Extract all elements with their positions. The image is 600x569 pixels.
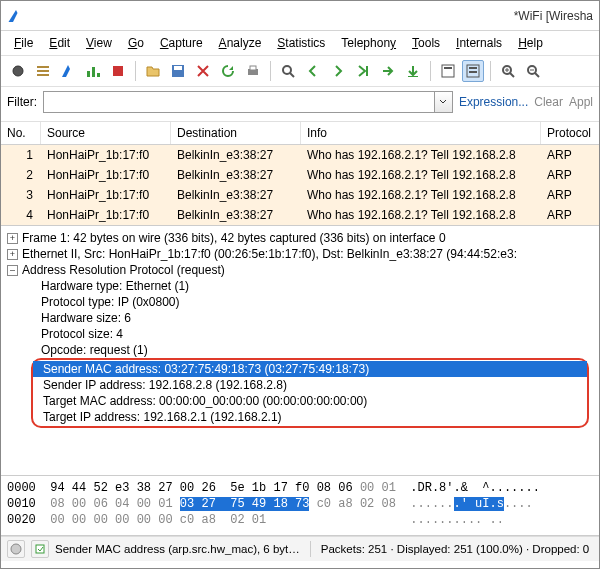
menu-edit[interactable]: Edit: [42, 33, 77, 53]
tree-item-arp[interactable]: – Address Resolution Protocol (request): [1, 262, 599, 278]
packet-list: No. Source Destination Info Protocol 1 H…: [1, 122, 599, 226]
expert-info-icon[interactable]: [7, 540, 25, 558]
svg-point-0: [13, 66, 23, 76]
svg-rect-6: [97, 73, 100, 77]
col-source[interactable]: Source: [41, 122, 171, 144]
svg-rect-11: [250, 66, 256, 70]
col-destination[interactable]: Destination: [171, 122, 301, 144]
record-icon[interactable]: [7, 60, 29, 82]
field-sender-mac[interactable]: Sender MAC address: 03:27:75:49:18:73 (0…: [33, 361, 587, 377]
forward-icon[interactable]: [327, 60, 349, 82]
tree-item-ethernet[interactable]: + Ethernet II, Src: HonHaiPr_1b:17:f0 (0…: [1, 246, 599, 262]
stop-icon[interactable]: [107, 60, 129, 82]
filter-input[interactable]: [43, 91, 435, 113]
stats-icon[interactable]: [82, 60, 104, 82]
down-icon[interactable]: [402, 60, 424, 82]
menu-analyze[interactable]: Analyze: [212, 33, 269, 53]
field-hardware-type[interactable]: Hardware type: Ethernet (1): [1, 278, 599, 294]
menu-go[interactable]: Go: [121, 33, 151, 53]
field-opcode[interactable]: Opcode: request (1): [1, 342, 599, 358]
close-icon[interactable]: [192, 60, 214, 82]
menu-help[interactable]: Help: [511, 33, 550, 53]
main-toolbar: [1, 56, 599, 87]
highlight-box: Sender MAC address: 03:27:75:49:18:73 (0…: [31, 358, 589, 428]
menubar: File Edit View Go Capture Analyze Statis…: [1, 31, 599, 56]
window-title: *WiFi [Wiresha: [514, 9, 593, 23]
svg-point-12: [283, 66, 291, 74]
open-icon[interactable]: [142, 60, 164, 82]
save-icon[interactable]: [167, 60, 189, 82]
svg-rect-7: [113, 66, 123, 76]
svg-rect-1: [37, 66, 49, 68]
filter-expression-link[interactable]: Expression...: [459, 95, 528, 109]
col-protocol[interactable]: Protocol: [541, 122, 600, 144]
filter-apply-link[interactable]: Appl: [569, 95, 593, 109]
svg-rect-5: [92, 67, 95, 77]
svg-rect-14: [408, 76, 418, 77]
field-sender-ip[interactable]: Sender IP address: 192.168.2.8 (192.168.…: [33, 377, 587, 393]
refresh-icon[interactable]: [217, 60, 239, 82]
menu-capture[interactable]: Capture: [153, 33, 210, 53]
packet-row[interactable]: 1 HonHaiPr_1b:17:f0 BelkinIn_e3:38:27 Wh…: [1, 145, 599, 165]
packet-list-header: No. Source Destination Info Protocol: [1, 122, 599, 145]
col-no[interactable]: No.: [1, 122, 41, 144]
expand-icon[interactable]: +: [7, 249, 18, 260]
svg-rect-19: [469, 71, 477, 73]
view-list-icon[interactable]: [437, 60, 459, 82]
svg-point-22: [11, 544, 21, 554]
chevron-down-icon: [439, 98, 447, 106]
menu-telephony[interactable]: Telephony: [334, 33, 403, 53]
svg-rect-16: [444, 67, 452, 69]
expand-icon[interactable]: +: [7, 233, 18, 244]
collapse-icon[interactable]: –: [7, 265, 18, 276]
filter-dropdown[interactable]: [435, 91, 453, 113]
svg-rect-15: [442, 65, 454, 77]
svg-rect-23: [36, 545, 44, 553]
hex-pane[interactable]: 0000 94 44 52 e3 38 27 00 26 5e 1b 17 f0…: [1, 476, 599, 536]
svg-rect-13: [366, 66, 368, 76]
packet-row[interactable]: 4 HonHaiPr_1b:17:f0 BelkinIn_e3:38:27 Wh…: [1, 205, 599, 225]
window-titlebar: *WiFi [Wiresha: [1, 1, 599, 31]
packet-details: + Frame 1: 42 bytes on wire (336 bits), …: [1, 226, 599, 476]
svg-rect-4: [87, 71, 90, 77]
menu-tools[interactable]: Tools: [405, 33, 447, 53]
menu-internals[interactable]: Internals: [449, 33, 509, 53]
zoom-in-icon[interactable]: [497, 60, 519, 82]
back-icon[interactable]: [302, 60, 324, 82]
status-field: Sender MAC address (arp.src.hw_mac), 6 b…: [55, 543, 300, 555]
tree-item-frame[interactable]: + Frame 1: 42 bytes on wire (336 bits), …: [1, 230, 599, 246]
hex-selection: 03 27 75 49 18 73: [180, 497, 310, 511]
menu-view[interactable]: View: [79, 33, 119, 53]
status-packets: Packets: 251 · Displayed: 251 (100.0%) ·…: [321, 543, 590, 555]
svg-rect-9: [174, 66, 182, 70]
go-icon[interactable]: [377, 60, 399, 82]
notes-icon[interactable]: [31, 540, 49, 558]
field-protocol-type[interactable]: Protocol type: IP (0x0800): [1, 294, 599, 310]
jump-icon[interactable]: [352, 60, 374, 82]
packet-row[interactable]: 3 HonHaiPr_1b:17:f0 BelkinIn_e3:38:27 Wh…: [1, 185, 599, 205]
list-icon[interactable]: [32, 60, 54, 82]
svg-rect-3: [37, 74, 49, 76]
status-bar: Sender MAC address (arp.src.hw_mac), 6 b…: [1, 536, 599, 561]
packet-row[interactable]: 2 HonHaiPr_1b:17:f0 BelkinIn_e3:38:27 Wh…: [1, 165, 599, 185]
field-target-mac[interactable]: Target MAC address: 00:00:00_00:00:00 (0…: [33, 393, 587, 409]
view-detail-icon[interactable]: [462, 60, 484, 82]
filter-bar: Filter: Expression... Clear Appl: [1, 87, 599, 122]
shark-icon[interactable]: [57, 60, 79, 82]
app-icon: [7, 7, 25, 25]
filter-clear-link[interactable]: Clear: [534, 95, 563, 109]
field-hardware-size[interactable]: Hardware size: 6: [1, 310, 599, 326]
zoom-out-icon[interactable]: [522, 60, 544, 82]
menu-file[interactable]: File: [7, 33, 40, 53]
svg-rect-2: [37, 70, 49, 72]
svg-rect-18: [469, 67, 477, 69]
field-protocol-size[interactable]: Protocol size: 4: [1, 326, 599, 342]
search-icon[interactable]: [277, 60, 299, 82]
print-icon[interactable]: [242, 60, 264, 82]
col-info[interactable]: Info: [301, 122, 541, 144]
field-target-ip[interactable]: Target IP address: 192.168.2.1 (192.168.…: [33, 409, 587, 425]
menu-statistics[interactable]: Statistics: [270, 33, 332, 53]
filter-label: Filter:: [7, 95, 37, 109]
